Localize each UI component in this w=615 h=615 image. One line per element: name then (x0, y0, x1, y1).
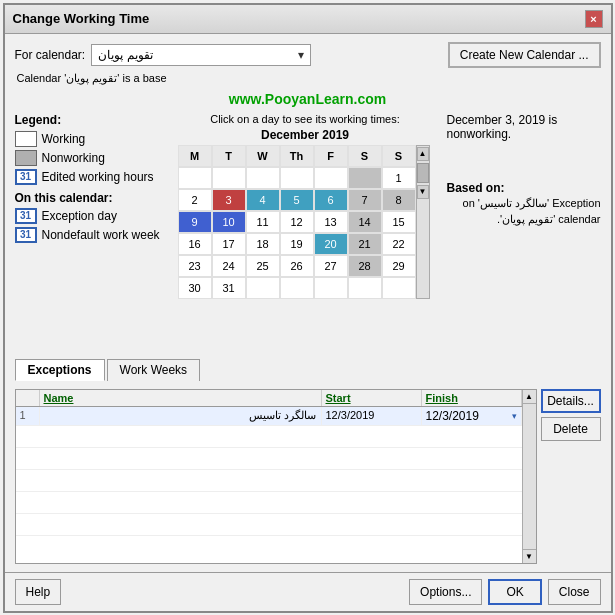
nondefault-label: Nondefault work week (42, 228, 160, 242)
cal-day-5[interactable]: 5 (280, 189, 314, 211)
base-text-row: Calendar 'تقویم پویان' is a base (15, 72, 601, 85)
table-scrollbar[interactable]: ▲ ▼ (522, 390, 536, 563)
cal-day-14[interactable]: 14 (348, 211, 382, 233)
options-button[interactable]: Options... (409, 579, 482, 605)
table-scroll-down-icon[interactable]: ▼ (523, 549, 536, 563)
dropdown-arrow-icon: ▾ (298, 48, 304, 62)
cal-day-6[interactable]: 6 (314, 189, 348, 211)
right-info-panel: December 3, 2019 is nonworking. Based on… (441, 113, 601, 349)
scroll-down-icon[interactable]: ▼ (417, 185, 429, 199)
cal-header-th: Th (280, 145, 314, 167)
cal-empty-1 (178, 167, 212, 189)
cal-day-22[interactable]: 22 (382, 233, 416, 255)
tabs-area: Exceptions Work Weeks (15, 359, 601, 381)
based-on-section: Based on: Exception 'سالگرد تاسیس' on ca… (447, 181, 601, 228)
th-name[interactable]: Name (40, 390, 322, 406)
calendar-scrollbar[interactable]: ▲ ▼ (416, 145, 430, 299)
cal-day-10[interactable]: 10 (212, 211, 246, 233)
based-on-text: Exception 'سالگرد تاسیس' on calendar 'تق… (447, 195, 601, 228)
cal-day-26[interactable]: 26 (280, 255, 314, 277)
cal-day-8[interactable]: 8 (382, 189, 416, 211)
cal-day-13[interactable]: 13 (314, 211, 348, 233)
cal-day-28[interactable]: 28 (348, 255, 382, 277)
cal-day-29[interactable]: 29 (382, 255, 416, 277)
cal-empty-4 (280, 167, 314, 189)
empty-row-1[interactable] (16, 426, 522, 448)
scroll-thumb[interactable] (417, 163, 429, 183)
cal-header-m: M (178, 145, 212, 167)
cal-click-text: Click on a day to see its working times: (178, 113, 433, 125)
cal-day-23[interactable]: 23 (178, 255, 212, 277)
nonworking-box (15, 150, 37, 166)
cal-day-7[interactable]: 7 (348, 189, 382, 211)
cal-with-scroll: M T W Th F S S (178, 145, 433, 299)
cal-empty-e1 (246, 277, 280, 299)
cal-day-27[interactable]: 27 (314, 255, 348, 277)
cal-day-19[interactable]: 19 (280, 233, 314, 255)
exception-table: Name Start Finish 1 سالگرد تاسیس 12/3/20… (15, 389, 537, 564)
td-row-num: 1 (16, 407, 40, 425)
th-num (16, 390, 40, 406)
table-scroll-up-icon[interactable]: ▲ (523, 390, 536, 404)
cal-row-3: 9 10 11 12 13 14 15 (178, 211, 416, 233)
cal-day-24[interactable]: 24 (212, 255, 246, 277)
scroll-up-icon[interactable]: ▲ (417, 147, 429, 161)
working-box (15, 131, 37, 147)
cal-header-s2: S (382, 145, 416, 167)
empty-row-4[interactable] (16, 492, 522, 514)
cal-day-3[interactable]: 3 (212, 189, 246, 211)
nondefault-box: 31 (15, 227, 37, 243)
cal-row-5: 23 24 25 26 27 28 29 (178, 255, 416, 277)
cal-day-18[interactable]: 18 (246, 233, 280, 255)
table-row[interactable]: 1 سالگرد تاسیس 12/3/2019 12/3/2019 ▾ (16, 407, 522, 426)
cal-day-4[interactable]: 4 (246, 189, 280, 211)
calendar-panel: Click on a day to see its working times:… (178, 113, 433, 349)
nonworking-label: Nonworking (42, 151, 105, 165)
working-label: Working (42, 132, 86, 146)
cal-day-1[interactable]: 1 (382, 167, 416, 189)
legend-edited: 31 Edited working hours (15, 169, 170, 185)
th-start[interactable]: Start (322, 390, 422, 406)
cal-day-2[interactable]: 2 (178, 189, 212, 211)
finish-dropdown-icon[interactable]: ▾ (512, 411, 517, 421)
change-working-time-dialog: Change Working Time × For calendar: تقوی… (3, 3, 613, 613)
cal-day-sat-blank[interactable] (348, 167, 382, 189)
empty-row-5[interactable] (16, 514, 522, 536)
details-button[interactable]: Details... (541, 389, 601, 413)
cal-day-21[interactable]: 21 (348, 233, 382, 255)
cal-day-11[interactable]: 11 (246, 211, 280, 233)
dialog-title: Change Working Time (13, 11, 150, 26)
help-button[interactable]: Help (15, 579, 62, 605)
calendar-dropdown[interactable]: تقویم پویان ▾ (91, 44, 311, 66)
cal-empty-3 (246, 167, 280, 189)
edited-label: Edited working hours (42, 170, 154, 184)
watermark: www.PooyanLearn.com (15, 91, 601, 107)
close-dialog-button[interactable]: Close (548, 579, 601, 605)
cal-day-20[interactable]: 20 (314, 233, 348, 255)
exception-row-area: Name Start Finish 1 سالگرد تاسیس 12/3/20… (15, 389, 601, 564)
td-row-name: سالگرد تاسیس (40, 407, 322, 425)
for-calendar-label: For calendar: (15, 48, 86, 62)
cal-day-9[interactable]: 9 (178, 211, 212, 233)
create-new-calendar-button[interactable]: Create New Calendar ... (448, 42, 601, 68)
cal-day-12[interactable]: 12 (280, 211, 314, 233)
tab-exceptions[interactable]: Exceptions (15, 359, 105, 381)
ok-button[interactable]: OK (488, 579, 541, 605)
th-finish[interactable]: Finish (422, 390, 522, 406)
empty-row-2[interactable] (16, 448, 522, 470)
cal-day-25[interactable]: 25 (246, 255, 280, 277)
side-buttons: Details... Delete (541, 389, 601, 564)
legend-working: Working (15, 131, 170, 147)
cal-day-17[interactable]: 17 (212, 233, 246, 255)
empty-row-3[interactable] (16, 470, 522, 492)
cal-day-16[interactable]: 16 (178, 233, 212, 255)
cal-day-31[interactable]: 31 (212, 277, 246, 299)
cal-day-30[interactable]: 30 (178, 277, 212, 299)
cal-header-s1: S (348, 145, 382, 167)
cal-day-15[interactable]: 15 (382, 211, 416, 233)
tab-work-weeks[interactable]: Work Weeks (107, 359, 201, 381)
legend-title: Legend: (15, 113, 170, 127)
delete-button[interactable]: Delete (541, 417, 601, 441)
close-button[interactable]: × (585, 10, 603, 28)
legend-nondefault: 31 Nondefault work week (15, 227, 170, 243)
